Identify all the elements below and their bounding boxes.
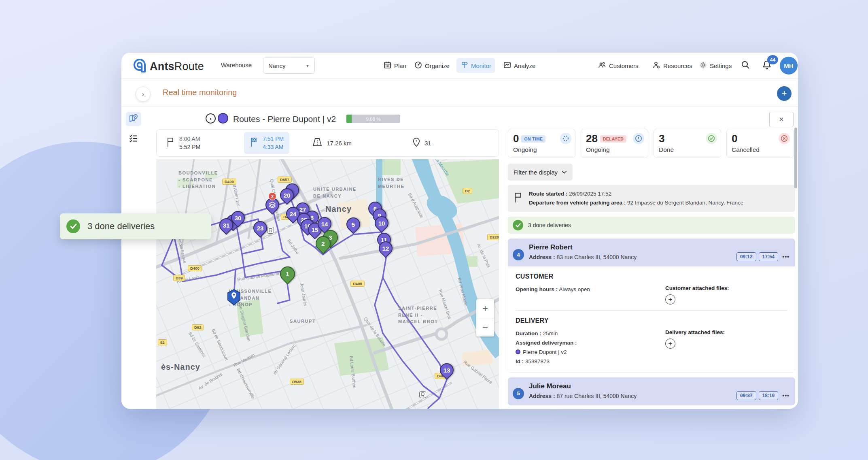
route-started-banner: Route started : 26/09/2025 17:52 Departu… [508, 185, 795, 212]
delivery-card-body: CUSTOMER Opening hours : Always open Cus… [508, 266, 795, 373]
left-rail [121, 107, 148, 409]
road-badge: D400 [222, 179, 236, 185]
chevron-left-icon: ‹ [210, 115, 211, 121]
map-area-label: SAINT-PIERRERENÉ II -MARCEL BROT [398, 305, 438, 325]
customer-section-heading: CUSTOMER [516, 273, 787, 280]
scrollbar-thumb[interactable] [794, 128, 797, 188]
back-button[interactable]: ‹ [206, 113, 216, 124]
logo[interactable]: AntsRoute [133, 58, 204, 75]
navbar: AntsRoute Warehouse Nancy ▼ Plan Organiz… [121, 53, 798, 79]
status-card-done: 3 Done [654, 129, 721, 158]
map-area-label: ès-Nancy [161, 361, 200, 373]
map-view-button[interactable] [126, 112, 141, 126]
nav-customers[interactable]: Customers [594, 58, 643, 73]
cluster-count-badge: 2 [268, 192, 276, 200]
road-badge: 92 [158, 339, 167, 345]
actual-time-chip: 18:19 [759, 391, 779, 400]
logo-icon [133, 58, 146, 75]
road-badge: D938 [290, 379, 304, 385]
planned-time-chip: 09:37 [736, 391, 756, 400]
list-view-button[interactable] [126, 132, 141, 147]
status-badge: DELAYED [600, 135, 626, 143]
more-options-icon[interactable]: ••• [782, 392, 789, 399]
chart-icon [503, 61, 511, 70]
done-deliveries-toast: 3 done deliveries [60, 213, 211, 239]
warehouse-label: Warehouse [221, 62, 252, 68]
monitoring-header: › Real time monitoring + [121, 79, 798, 107]
tab-monitor[interactable]: Monitor [456, 58, 495, 73]
distance-stat: 17.26 km [312, 137, 352, 149]
map-area-label: BOUDONVILLE- SCARPONE- LIBÉRATION [178, 170, 218, 190]
status-cards: 0ON TIME Ongoing 28DELAYED Ongoing 3 Don… [508, 129, 795, 158]
search-icon[interactable] [741, 60, 750, 71]
road-badge: D39 [173, 275, 185, 281]
collapse-panel-button[interactable]: › [136, 87, 151, 102]
zoom-out-button[interactable]: − [476, 318, 494, 337]
status-card-ontime: 0ON TIME Ongoing [508, 129, 575, 158]
map-area-label: UNITÉ URBAINEDE NANCY [313, 186, 357, 199]
nav-resources[interactable]: Resources [648, 58, 696, 73]
avatar[interactable]: MH [780, 57, 798, 75]
road-badge: D92 [192, 324, 204, 330]
road-icon [312, 137, 323, 149]
close-icon: ✕ [779, 116, 784, 123]
assigned-deliveryman: Pierre Dupont | v2 [516, 348, 665, 357]
add-button[interactable]: + [777, 86, 792, 101]
route-detail-column: 0ON TIME Ongoing 28DELAYED Ongoing 3 Don… [508, 129, 795, 405]
road-badge: D400 [350, 281, 365, 287]
zoom-in-button[interactable]: + [476, 299, 494, 318]
delivery-section-heading: DELIVERY [516, 317, 787, 324]
plus-icon: + [782, 88, 787, 99]
road-badge: D2 [463, 188, 472, 194]
page-title: Real time monitoring [163, 88, 237, 97]
nav-settings[interactable]: Settings [695, 58, 736, 73]
add-delivery-file-button[interactable]: + [665, 339, 675, 349]
app-window: AntsRoute Warehouse Nancy ▼ Plan Organiz… [121, 53, 798, 409]
status-badge: ON TIME [521, 135, 545, 143]
tab-plan[interactable]: Plan [380, 58, 410, 73]
customer-name: Pierre Robert [529, 243, 662, 251]
train-station-icon [267, 227, 274, 234]
add-customer-file-button[interactable]: + [665, 294, 675, 305]
map-area-label: RIVES DEMEURTHE [378, 176, 405, 190]
milestone-icon [461, 61, 468, 70]
more-options-icon[interactable]: ••• [782, 253, 789, 260]
status-card-cancelled: 0 Cancelled [726, 129, 794, 158]
road-badge: D657 [278, 177, 292, 183]
status-card-delayed: 28DELAYED Ongoing [581, 129, 648, 158]
person-gear-icon [652, 61, 660, 70]
gear-icon [699, 61, 707, 70]
delivery-card-header[interactable]: 4 Pierre Robert Address : 83 rue Charles… [508, 239, 795, 266]
close-route-button[interactable]: ✕ [769, 112, 794, 127]
cancel-circle-icon [779, 133, 790, 144]
chevron-down-icon: ▼ [306, 64, 310, 68]
checklist-icon [129, 134, 138, 145]
stop-number-badge: 4 [513, 249, 524, 260]
warehouse-select[interactable]: Nancy ▼ [263, 58, 315, 74]
flag-icon [166, 137, 175, 149]
map-canvas[interactable]: BOUDONVILLE- SCARPONE- LIBÉRATIONRIVES D… [156, 159, 499, 409]
delivery-card[interactable]: 4 Pierre Robert Address : 83 rue Charles… [508, 239, 795, 373]
gauge-icon [414, 61, 422, 70]
tab-analyze[interactable]: Analyze [499, 58, 539, 73]
route-progress-bar: 9.68 % [346, 115, 400, 123]
pin-icon [412, 137, 420, 149]
filter-display-button[interactable]: Filter the display [508, 164, 573, 181]
start-time-stat: 8:00 AM5:52 PM [166, 135, 200, 151]
delivery-card[interactable]: 5 Julie Moreau Address : 87 rue Charles … [508, 377, 795, 405]
planned-time-chip: 09:12 [736, 252, 756, 261]
tab-organize[interactable]: Organize [410, 58, 454, 73]
delivery-card-header[interactable]: 5 Julie Moreau Address : 87 rue Charles … [508, 377, 795, 405]
end-time-stat: 7:51 PM4:33 AM [244, 132, 289, 154]
warehouse-value: Nancy [268, 62, 286, 69]
spinner-icon [560, 133, 571, 144]
check-icon [66, 219, 80, 233]
logo-text: AntsRoute [150, 60, 204, 73]
deliveryman-color-dot [516, 349, 520, 354]
customer-address: Address : 83 rue Charles III, 54000 Nanc… [529, 253, 662, 262]
route-title: Routes - Pierre Dupont | v2 [233, 114, 336, 124]
chevron-down-icon [562, 170, 567, 174]
customer-name: Julie Moreau [529, 382, 662, 390]
customer-address: Address : 87 rue Charles III, 54000 Nanc… [529, 392, 662, 400]
route-start-marker[interactable] [227, 289, 241, 307]
